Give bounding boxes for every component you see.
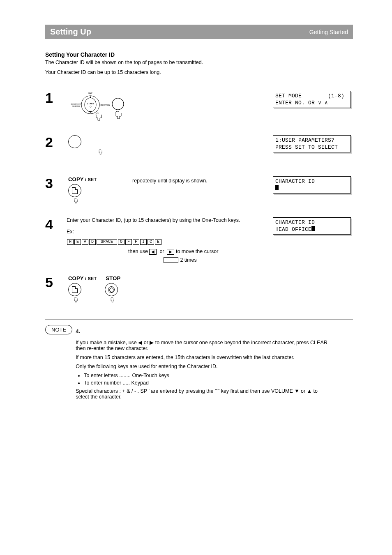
press-hand-icon	[73, 198, 78, 204]
lcd-line: SET MODE (1-8)	[275, 93, 344, 99]
copy-set-label: COPY / SET	[68, 276, 97, 281]
note-bullet-letters: To enter letters ........ One-Touch keys	[84, 373, 330, 378]
key-O: O	[118, 239, 125, 245]
press-hand-icon	[97, 149, 103, 155]
lcd-display: CHARACTER ID	[273, 176, 351, 193]
svg-text:▲: ▲	[89, 95, 92, 98]
intro-line-2: Your Character ID can be up to 15 charac…	[45, 69, 353, 75]
key-F2: F	[133, 239, 139, 245]
lcd-line: 1:USER PARAMETERS?	[275, 137, 334, 143]
note-pill: NOTE	[45, 325, 72, 334]
arrow-hint-post: to move the cursor	[176, 249, 219, 254]
key-D: D	[89, 239, 96, 245]
divider	[45, 319, 353, 320]
lcd-line: HEAD OFFICE	[275, 226, 311, 233]
lcd-line: PRESS SET TO SELECT	[275, 144, 338, 150]
step-number: 5	[45, 275, 67, 289]
step-1: 1 FAX START ◇ DIRECTORY SEARCH FUNCTION …	[45, 91, 353, 123]
svg-point-10	[112, 98, 124, 110]
lcd-line: CHARACTER ID	[275, 178, 315, 184]
key-A: A	[82, 239, 88, 245]
copy-set-button-icon	[68, 184, 81, 197]
lcd-display: SET MODE (1-8) ENTER NO. OR ∨ ∧	[273, 91, 351, 108]
key-H: H	[67, 239, 74, 245]
note-body: 4. If you make a mistake, use ◀ or ▶ to …	[76, 325, 330, 403]
stop-button-icon	[105, 283, 118, 296]
svg-text:FUNCTION: FUNCTION	[100, 104, 110, 106]
note-bullet-numbers: To enter number ..... Keypad	[84, 380, 330, 386]
key-C: C	[148, 239, 154, 245]
note-item-2: If more than 15 characters are entered, …	[76, 355, 330, 360]
step-2: 2 1:USER PARAMETERS? PRESS SET TO SELECT	[45, 135, 353, 164]
svg-point-2	[85, 98, 96, 112]
document-icon	[72, 187, 78, 194]
key-E: E	[74, 239, 81, 245]
intro-line-1: The Character ID will be shown on the to…	[45, 60, 353, 65]
cursor-icon	[311, 226, 315, 231]
svg-text:◇: ◇	[90, 105, 92, 108]
note-item-special: Special characters : + & / - . SP ' are …	[76, 388, 330, 400]
header-title: Setting Up	[50, 27, 91, 36]
step-4-instruction: Enter your Character ID, (up to 15 chara…	[67, 217, 273, 235]
copy-set-label: COPY / SET	[68, 177, 97, 182]
document-icon	[72, 286, 78, 293]
key-F: F	[125, 239, 132, 245]
lcd-display: 1:USER PARAMETERS? PRESS SET TO SELECT	[273, 135, 351, 152]
step-3-text: repeatedly until display is shown.	[132, 176, 273, 204]
step-5: 5 COPY / SET STOP	[45, 275, 353, 304]
header-right: Getting Started	[309, 27, 348, 35]
step-number: 2	[45, 135, 67, 149]
key-I: I	[140, 239, 147, 245]
step-number: 3	[45, 176, 67, 190]
header-bar: Setting Up Getting Started	[45, 25, 353, 39]
cursor-icon	[275, 185, 279, 190]
svg-text:▼: ▼	[89, 111, 92, 113]
arrow-hint-pre: then use	[128, 249, 149, 254]
step-number: 4	[45, 217, 67, 231]
lcd-line: ENTER NO. OR ∨ ∧	[275, 100, 328, 106]
step-3: 3 COPY / SET repeatedly until display is…	[45, 176, 353, 205]
press-hand-icon	[73, 297, 78, 303]
note-item-1: If you make a mistake, use ◀ or ▶ to mov…	[76, 339, 330, 351]
lcd-display: CHARACTER ID HEAD OFFICE	[273, 217, 351, 235]
svg-text:START: START	[87, 102, 95, 105]
key-SPACE: SPACE	[97, 239, 117, 245]
directory-start-function-icon: FAX START ◇ DIRECTORY SEARCH FUNCTION ▲ …	[67, 91, 128, 123]
stop-glyph-icon	[108, 286, 115, 293]
key-repeat-label: 2 times	[180, 257, 196, 263]
step-number: 1	[45, 91, 67, 105]
note-item-3: Only the following keys are used for ent…	[76, 364, 330, 369]
arrow-left-key-icon: ◀	[149, 249, 157, 255]
svg-text:SEARCH: SEARCH	[72, 105, 80, 107]
round-button-icon	[68, 135, 81, 148]
svg-text:FAX: FAX	[88, 92, 92, 94]
arrow-right-key-icon: ▶	[167, 249, 174, 255]
press-hand-icon	[109, 297, 115, 303]
copy-set-button-icon	[68, 283, 81, 296]
lcd-line: CHARACTER ID	[275, 219, 315, 226]
stop-label: STOP	[106, 275, 120, 281]
key-E2: E	[155, 239, 161, 245]
note-subhead: 4.	[76, 328, 330, 334]
key-repeat	[164, 257, 178, 263]
step-4: 4 Enter your Character ID, (up to 15 cha…	[45, 217, 353, 263]
section-heading: Setting Your Character ID	[45, 51, 353, 58]
